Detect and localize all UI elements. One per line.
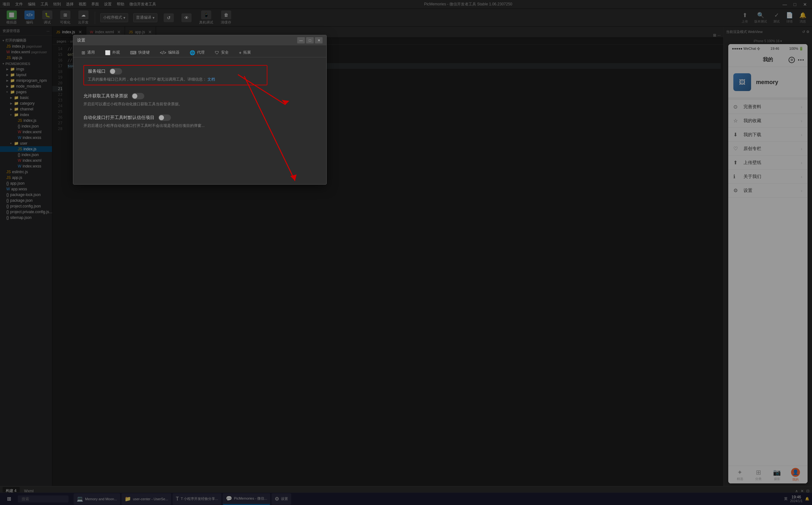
dialog-overlay: 设置 — □ ✕ ⊞ 通用 ⬜ 外观 ⌨ 快捷键 </> 编辑器 [0,0,812,505]
shortcuts-tab-label: 快捷键 [138,50,150,55]
service-port-toggle[interactable] [110,68,122,74]
dialog-content: 服务端口 工具的服务端口已关闭，命令行和 HTTP 都无法调用工具。详细信息： … [73,57,327,184]
login-ticket-label: 允许获取工具登录票据 [83,93,128,99]
dialog-tabs: ⊞ 通用 ⬜ 外观 ⌨ 快捷键 </> 编辑器 🌐 代理 🛡 安全 [73,45,327,57]
security-tab-label: 安全 [221,50,229,55]
shortcuts-tab-icon: ⌨ [130,50,136,55]
login-ticket-toggle[interactable] [132,93,144,99]
dialog-title-bar: 设置 — □ ✕ [73,35,327,45]
setting-login-ticket: 允许获取工具登录票据 开启后可以通过小程序自动化接口获取工具当前登录票据。 [83,93,316,107]
dialog-maximize-button[interactable]: □ [306,37,314,43]
proxy-tab-label: 代理 [197,50,205,55]
dialog-tab-editor[interactable]: </> 编辑器 [156,48,184,57]
dialog-tab-appearance[interactable]: ⬜ 外观 [100,48,124,57]
general-tab-label: 通用 [87,50,95,55]
login-ticket-desc: 开启后可以通过小程序自动化接口获取工具当前登录票据。 [83,101,316,107]
service-port-desc: 工具的服务端口已关闭，命令行和 HTTP 都无法调用工具。详细信息： 文档 [88,76,263,82]
extension-tab-icon: + [239,50,241,55]
auto-trust-toggle[interactable] [158,115,171,121]
setting-service-port: 服务端口 工具的服务端口已关闭，命令行和 HTTP 都无法调用工具。详细信息： … [83,65,316,85]
dialog-controls: — □ ✕ [297,37,323,43]
appearance-tab-icon: ⬜ [105,50,111,55]
login-ticket-header: 允许获取工具登录票据 [83,93,316,99]
dialog-title: 设置 [77,37,85,43]
editor-tab-label: 编辑器 [168,50,180,55]
settings-dialog: 设置 — □ ✕ ⊞ 通用 ⬜ 外观 ⌨ 快捷键 </> 编辑器 [73,35,327,185]
auto-trust-header: 自动化接口打开工具时默认信任项目 [83,115,316,121]
editor-tab-icon: </> [160,50,166,55]
proxy-tab-icon: 🌐 [190,50,195,55]
service-port-header: 服务端口 [88,68,263,74]
extension-tab-label: 拓展 [243,50,251,55]
dialog-minimize-button[interactable]: — [297,37,305,43]
service-port-link[interactable]: 文档 [207,77,215,81]
general-tab-icon: ⊞ [81,50,85,55]
setting-auto-trust: 自动化接口打开工具时默认信任项目 开启后通过小程序自动化接口打开工具时不会出现是… [83,115,316,129]
dialog-tab-general[interactable]: ⊞ 通用 [77,48,99,57]
dialog-tab-extension[interactable]: + 拓展 [234,48,255,57]
service-port-label: 服务端口 [88,68,106,74]
appearance-tab-label: 外观 [112,50,120,55]
auto-trust-desc: 开启后通过小程序自动化接口打开工具时不会出现是否信任项目的弹窗... [83,123,316,129]
dialog-tab-security[interactable]: 🛡 安全 [210,48,233,57]
dialog-tab-proxy[interactable]: 🌐 代理 [185,48,209,57]
dialog-tab-shortcuts[interactable]: ⌨ 快捷键 [126,48,154,57]
security-tab-icon: 🛡 [215,50,219,55]
dialog-close-button[interactable]: ✕ [315,37,323,43]
auto-trust-label: 自动化接口打开工具时默认信任项目 [83,115,155,121]
